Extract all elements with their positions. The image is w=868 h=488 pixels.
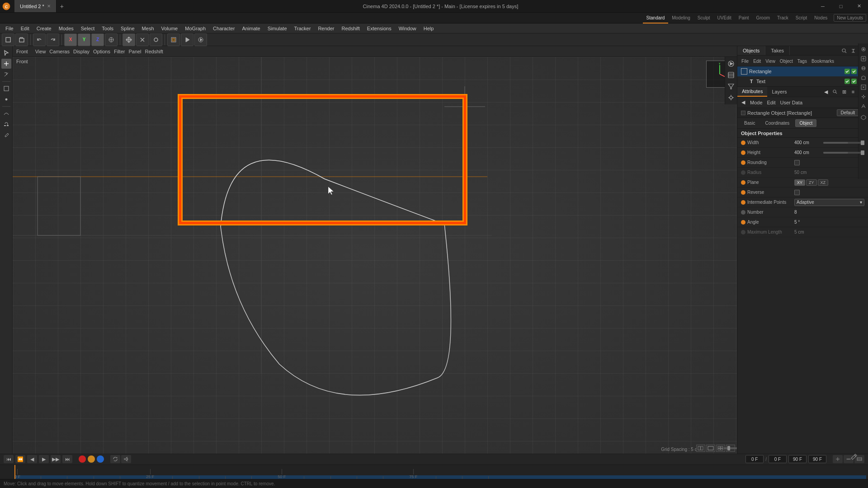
goto-start-btn[interactable]: ⏮: [4, 455, 14, 463]
attr-expand-btn[interactable]: ⊞: [840, 88, 848, 96]
text-visibility-check[interactable]: [844, 79, 850, 84]
layout-tab-modeling[interactable]: Modeling: [668, 12, 694, 23]
viewport-menu-display[interactable]: Display: [71, 48, 91, 55]
basic-tab[interactable]: Basic: [740, 119, 759, 127]
select-tool-btn[interactable]: [1, 48, 11, 58]
panel-icon-2[interactable]: [859, 55, 868, 63]
record-blue-btn[interactable]: [97, 455, 104, 463]
snap-icon-btn[interactable]: [726, 93, 736, 103]
menu-item-select[interactable]: Select: [77, 25, 99, 32]
layers-tab[interactable]: Layers: [767, 87, 791, 96]
height-slider[interactable]: [823, 152, 864, 154]
obj-panel-tab-view[interactable]: View: [763, 58, 778, 65]
menu-item-character[interactable]: Character: [209, 25, 238, 32]
viewport-menu-redshift[interactable]: Redshift: [143, 48, 165, 55]
menu-item-mograph[interactable]: MoGraph: [181, 25, 209, 32]
layout-tab-standard[interactable]: Standard: [643, 13, 669, 23]
menu-item-extensions[interactable]: Extensions: [363, 25, 395, 32]
axis-x-btn[interactable]: X: [64, 33, 77, 46]
menu-item-window[interactable]: Window: [395, 25, 420, 32]
edit-pencil-btn[interactable]: [850, 453, 858, 461]
layout-tab-groom[interactable]: Groom: [753, 12, 774, 23]
axis-z-btn[interactable]: Z: [91, 33, 104, 46]
menu-item-tools[interactable]: Tools: [98, 25, 117, 32]
timeline-ruler[interactable]: 0 F25 F50 F75 F: [0, 465, 868, 479]
scale-tool-btn[interactable]: [136, 33, 149, 46]
point-mode-btn[interactable]: [1, 94, 11, 104]
timeline-snap-btn[interactable]: [833, 455, 843, 463]
panel-icon-6[interactable]: [859, 93, 868, 101]
panel-icon-7[interactable]: [859, 102, 868, 110]
panel-icon-5[interactable]: [859, 83, 868, 91]
layout-tab-nodes[interactable]: Nodes: [811, 12, 831, 23]
end-frame-2-input[interactable]: [808, 455, 826, 463]
viewport-menu-panel[interactable]: Panel: [127, 48, 143, 55]
attributes-tab[interactable]: Attributes: [737, 87, 767, 97]
reverse-checkbox[interactable]: [794, 190, 800, 195]
viewport-menu-options[interactable]: Options: [91, 48, 112, 55]
panel-icon-4[interactable]: [859, 74, 868, 82]
close-button[interactable]: ✕: [850, 0, 868, 13]
goto-end-btn[interactable]: ⏭: [62, 455, 72, 463]
width-value[interactable]: 400 cm: [794, 140, 821, 145]
scale-tool-btn[interactable]: [1, 70, 11, 80]
viewport-menu-cameras[interactable]: Cameras: [47, 48, 71, 55]
move-tool-btn[interactable]: [123, 33, 135, 46]
record-orange-btn[interactable]: [88, 455, 95, 463]
view-mode-slider[interactable]: [726, 445, 735, 452]
layout-tab-sculpt[interactable]: Sculpt: [694, 12, 714, 23]
menu-item-animate[interactable]: Animate: [238, 25, 264, 32]
obj-panel-tab-bookmarks[interactable]: Bookmarks: [809, 58, 836, 65]
minimize-button[interactable]: ─: [814, 0, 832, 13]
redo-btn[interactable]: [47, 33, 59, 46]
end-frame-input[interactable]: [788, 455, 807, 463]
new-layouts-button[interactable]: New Layouts: [834, 14, 866, 22]
new-tab-button[interactable]: +: [57, 1, 67, 12]
record-btn[interactable]: [79, 455, 86, 463]
plane-zy-btn[interactable]: ZY: [806, 179, 817, 186]
obj-panel-tab-edit[interactable]: Edit: [751, 58, 763, 65]
search-icon-btn[interactable]: [840, 47, 848, 55]
undo-btn[interactable]: [33, 33, 46, 46]
menu-item-modes[interactable]: Modes: [55, 25, 77, 32]
obj-panel-tab-file[interactable]: File: [739, 58, 751, 65]
viewport-canvas[interactable]: Front X Y Grid Spacing : 5 cm: [13, 57, 737, 454]
width-slider-handle[interactable]: [861, 141, 864, 145]
render-icon-btn[interactable]: [726, 59, 736, 69]
menu-item-render[interactable]: Render: [314, 25, 338, 32]
filter-icon-btn[interactable]: [726, 81, 736, 91]
step-fwd-btn[interactable]: ▶▶: [51, 455, 61, 463]
text-render-check[interactable]: [851, 79, 857, 84]
height-slider-handle[interactable]: [861, 150, 864, 155]
render-view-btn[interactable]: [194, 33, 207, 46]
viewport-menu-view[interactable]: View: [33, 48, 48, 55]
object-mode-btn[interactable]: [1, 84, 11, 94]
menu-item-file[interactable]: File: [2, 25, 17, 32]
angle-value[interactable]: 5 °: [794, 220, 821, 225]
rotate-tool-btn[interactable]: [150, 33, 162, 46]
create-spline-btn[interactable]: [1, 108, 11, 118]
attr-search-btn[interactable]: [831, 88, 839, 96]
rectangle-object-item[interactable]: Rectangle ▸: [737, 66, 868, 76]
toolbar-open-btn[interactable]: [15, 33, 28, 46]
toolbar-new-btn[interactable]: [2, 33, 14, 46]
plane-xy-btn[interactable]: XY: [794, 179, 805, 186]
tab-close-icon[interactable]: ✕: [47, 4, 51, 9]
play-btn[interactable]: ▶: [39, 455, 49, 463]
view-mode-2[interactable]: [706, 445, 715, 452]
width-slider[interactable]: [823, 142, 864, 144]
panel-icon-8[interactable]: [859, 113, 868, 122]
active-tab[interactable]: Untitled 2 * ✕: [14, 0, 57, 12]
layout-tab-track[interactable]: Track: [774, 12, 792, 23]
menu-item-create[interactable]: Create: [33, 25, 55, 32]
takes-tab[interactable]: Takes: [765, 46, 790, 55]
menu-item-simulate[interactable]: Simulate: [264, 25, 291, 32]
maximize-button[interactable]: □: [832, 0, 850, 13]
number-value[interactable]: 8: [794, 210, 821, 215]
visibility-check[interactable]: [844, 69, 850, 74]
layout-tab-paint[interactable]: Paint: [735, 12, 753, 23]
magnet-btn[interactable]: [1, 119, 11, 129]
axis-y-btn[interactable]: Y: [78, 33, 90, 46]
menu-item-mesh[interactable]: Mesh: [138, 25, 158, 32]
prev-frame-btn[interactable]: ⏪: [15, 455, 25, 463]
